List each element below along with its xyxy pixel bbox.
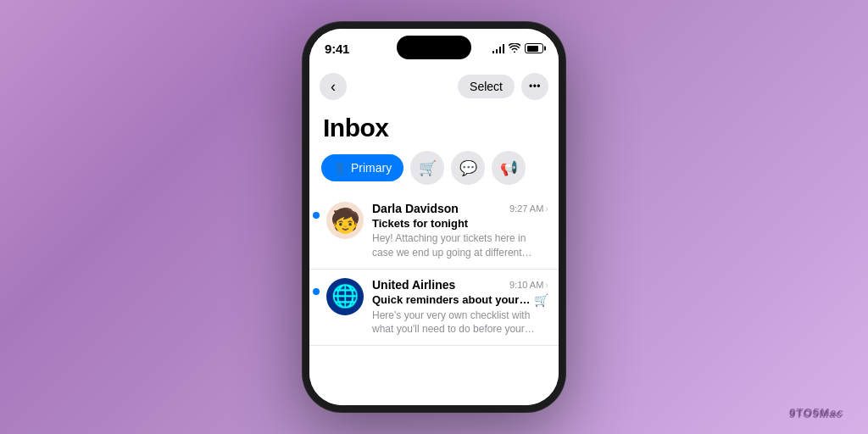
primary-tab-icon: 👤 xyxy=(333,162,347,175)
email-header-darla: Darla Davidson 9:27 AM › xyxy=(372,202,548,215)
phone-frame: 9:41 xyxy=(303,22,565,412)
avatar-united: 🌐 xyxy=(326,278,364,315)
time-darla: 9:27 AM xyxy=(509,203,543,214)
email-list: 🧒 Darla Davidson 9:27 AM › Tickets for t… xyxy=(309,193,559,346)
primary-tab-label: Primary xyxy=(351,161,392,175)
tab-social[interactable]: 💬 xyxy=(451,151,485,185)
subject-united: Quick reminders about your upcoming… xyxy=(372,293,531,306)
avatar-darla: 🧒 xyxy=(326,202,364,239)
email-header-united: United Airlines 9:10 AM › xyxy=(372,278,548,292)
battery-icon xyxy=(525,43,543,53)
email-item-darla[interactable]: 🧒 Darla Davidson 9:27 AM › Tickets for t… xyxy=(309,193,559,270)
darla-avatar-emoji: 🧒 xyxy=(331,207,360,235)
time-united: 9:10 AM xyxy=(509,280,543,290)
tab-primary[interactable]: 👤 Primary xyxy=(321,154,403,181)
filter-tabs: 👤 Primary 🛒 💬 📢 xyxy=(309,147,559,193)
united-avatar-emoji: 🌐 xyxy=(331,283,359,309)
dynamic-island xyxy=(397,36,471,59)
back-icon: ‹ xyxy=(331,79,336,94)
signal-icon xyxy=(492,44,505,53)
unread-dot-united xyxy=(313,288,320,295)
nav-bar: ‹ Select ••• xyxy=(309,68,559,105)
watermark-text: 9TO5Mac xyxy=(789,408,843,420)
subject-united-row: Quick reminders about your upcoming… 🛒 xyxy=(372,293,548,307)
select-label: Select xyxy=(470,80,503,93)
status-bar: 9:41 xyxy=(309,29,559,68)
nav-right-buttons: Select ••• xyxy=(458,73,548,100)
status-time: 9:41 xyxy=(325,42,349,56)
shopping-tab-icon: 🛒 xyxy=(419,159,437,177)
preview-united: Here's your very own checklist with what… xyxy=(372,309,548,337)
promotions-tab-icon: 📢 xyxy=(500,159,518,177)
wifi-icon xyxy=(509,42,520,55)
social-tab-icon: 💬 xyxy=(459,159,477,177)
main-content: Inbox 👤 Primary 🛒 💬 📢 xyxy=(309,105,559,405)
email-content-darla: Darla Davidson 9:27 AM › Tickets for ton… xyxy=(372,202,548,260)
chevron-darla: › xyxy=(545,203,548,214)
tab-promotions[interactable]: 📢 xyxy=(492,151,526,185)
time-row-united: 9:10 AM › xyxy=(509,280,548,290)
subject-darla: Tickets for tonight xyxy=(372,217,548,230)
email-content-united: United Airlines 9:10 AM › Quick reminder… xyxy=(372,278,548,337)
chevron-united: › xyxy=(545,280,548,290)
phone-background: 9TO5Mac 9:41 xyxy=(0,0,868,434)
time-row-darla: 9:27 AM › xyxy=(509,203,548,214)
status-icons xyxy=(492,42,544,55)
tab-shopping[interactable]: 🛒 xyxy=(410,151,444,185)
sender-united: United Airlines xyxy=(372,278,455,292)
preview-darla: Hey! Attaching your tickets here in case… xyxy=(372,231,548,260)
email-item-united[interactable]: 🌐 United Airlines 9:10 AM › xyxy=(309,270,559,347)
phone-screen: 9:41 xyxy=(309,29,559,405)
inbox-title: Inbox xyxy=(309,105,559,147)
unread-dot-darla xyxy=(313,212,320,219)
select-button[interactable]: Select xyxy=(458,75,515,98)
sender-darla: Darla Davidson xyxy=(372,202,459,215)
more-icon: ••• xyxy=(529,81,541,92)
shopping-tag-icon: 🛒 xyxy=(534,293,548,307)
back-button[interactable]: ‹ xyxy=(320,73,347,100)
more-button[interactable]: ••• xyxy=(521,73,548,100)
